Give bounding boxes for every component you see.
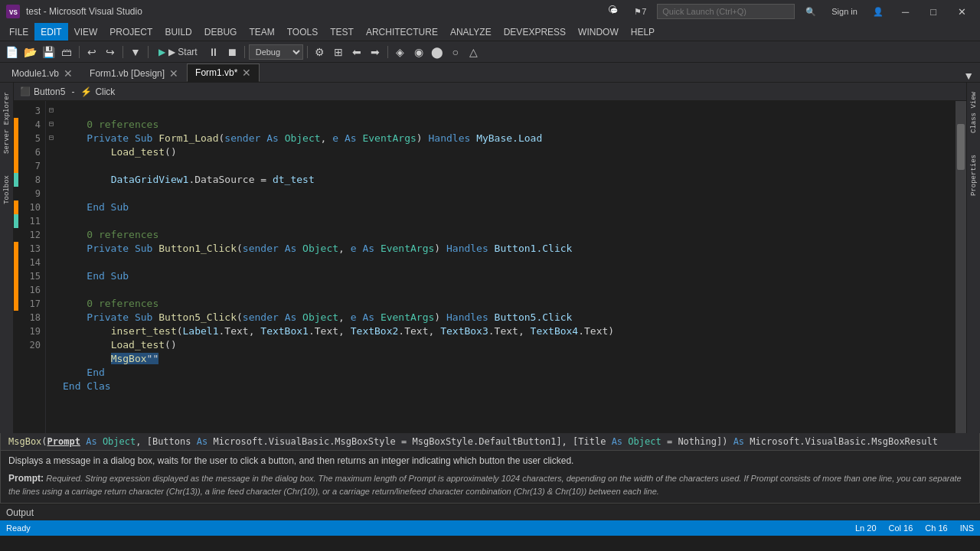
kw-as-2: As bbox=[345, 132, 357, 144]
menu-help[interactable]: HELP bbox=[625, 23, 661, 41]
menu-devexpress[interactable]: DEVEXPRESS bbox=[498, 23, 572, 41]
toolbar-stop[interactable]: ⏹ bbox=[224, 44, 240, 60]
ln-18: 18 bbox=[18, 311, 41, 324]
class-view-label[interactable]: Class View bbox=[969, 89, 979, 136]
param-mybase-load: MyBase.Load bbox=[476, 132, 542, 144]
server-explorer-label[interactable]: Server Explorer bbox=[2, 89, 12, 157]
tab-form1-design-close[interactable]: ✕ bbox=[169, 67, 178, 80]
ln-17: 17 bbox=[18, 297, 41, 311]
toolbar-pause[interactable]: ⏸ bbox=[205, 44, 222, 60]
ln-12: 12 bbox=[18, 228, 41, 242]
tab-module1-close[interactable]: ✕ bbox=[64, 67, 73, 80]
col-collapse2[interactable]: ⊟ bbox=[46, 118, 57, 132]
ref-comment-3: 0 references bbox=[63, 298, 158, 309]
toolbar-nav2[interactable]: ➡ bbox=[367, 44, 384, 60]
sign-in-button[interactable]: Sign in bbox=[827, 5, 862, 18]
toolbar-bp1[interactable]: ◈ bbox=[392, 44, 409, 60]
toolbar-attach[interactable]: ⚙ bbox=[312, 44, 328, 60]
sig-func-name: MsgBox bbox=[14, 436, 41, 447]
close-button[interactable]: ✕ bbox=[950, 3, 974, 21]
status-ch: Ch 16 bbox=[925, 523, 947, 533]
svg-text:💬: 💬 bbox=[610, 7, 618, 15]
ln-20: 20 bbox=[18, 338, 41, 352]
col-collapse1[interactable]: ⊟ bbox=[46, 104, 57, 118]
kw-end-sub-2: End Sub bbox=[87, 270, 129, 282]
properties-label[interactable]: Properties bbox=[969, 152, 979, 199]
tab-form1-vb-close[interactable]: ✕ bbox=[242, 67, 251, 79]
tab-form1-design[interactable]: Form1.vb [Design] ✕ bbox=[81, 64, 187, 82]
menu-view[interactable]: VIEW bbox=[68, 23, 104, 41]
vscroll-thumb[interactable] bbox=[957, 124, 965, 170]
ln-3: 3 bbox=[18, 104, 41, 118]
output-label: Output bbox=[6, 507, 34, 518]
menu-tools[interactable]: TOOLS bbox=[281, 23, 324, 41]
kw-handles-1: Handles bbox=[429, 132, 471, 144]
toolbar-open[interactable]: 📂 bbox=[21, 44, 38, 60]
toolbar-new[interactable]: 📄 bbox=[3, 44, 20, 60]
toolbar-bp5[interactable]: △ bbox=[466, 44, 482, 60]
toolbar-bp2[interactable]: ◉ bbox=[410, 44, 427, 60]
kw-private-1: Private bbox=[87, 132, 129, 144]
minimize-button[interactable]: ─ bbox=[894, 3, 916, 21]
sig-prompt: Prompt bbox=[47, 436, 80, 447]
col-collapse3[interactable]: ⊟ bbox=[46, 132, 57, 145]
header-sep: - bbox=[71, 86, 74, 97]
menu-edit[interactable]: EDIT bbox=[34, 23, 67, 41]
toolbar-layout[interactable]: ⊞ bbox=[330, 44, 347, 60]
quick-launch-input[interactable] bbox=[657, 4, 795, 19]
search-button[interactable]: 🔍 bbox=[801, 5, 821, 18]
ln-16: 16 bbox=[18, 283, 41, 297]
menu-build[interactable]: BUILD bbox=[158, 23, 198, 41]
param-dgv1: DataGridView1 bbox=[111, 174, 189, 185]
func-insert-test: insert_test bbox=[111, 325, 177, 337]
line-numbers: 3 4 5 6 7 8 9 10 11 12 13 14 15 16 17 18… bbox=[18, 101, 46, 488]
menu-window[interactable]: WINDOW bbox=[572, 23, 625, 41]
output-panel: Output bbox=[0, 504, 980, 520]
notifications-button[interactable]: 💬 bbox=[602, 3, 623, 20]
func-btn1-click: Button1_Click bbox=[158, 243, 237, 254]
menu-debug[interactable]: DEBUG bbox=[198, 23, 243, 41]
toolbar-nav1[interactable]: ⬅ bbox=[348, 44, 365, 60]
lightning-icon: ⚡ bbox=[80, 86, 92, 97]
toolbar-sep3 bbox=[148, 46, 149, 58]
kw-end-sub-1: End Sub bbox=[87, 201, 129, 213]
user-icon-button[interactable]: 👤 bbox=[868, 5, 888, 18]
ln-5: 5 bbox=[18, 132, 41, 145]
object-icon: ⬛ bbox=[20, 86, 31, 96]
menu-file[interactable]: FILE bbox=[3, 23, 34, 41]
kw-private-3: Private bbox=[87, 311, 129, 323]
menu-analyze[interactable]: ANALYZE bbox=[444, 23, 498, 41]
ln-8: 8 bbox=[18, 173, 41, 187]
menu-architecture[interactable]: ARCHITECTURE bbox=[360, 23, 444, 41]
start-button[interactable]: ▶ ▶ Start bbox=[152, 45, 204, 59]
tab-form1-vb[interactable]: Form1.vb* ✕ bbox=[187, 64, 260, 82]
sig-as-1: As bbox=[86, 436, 96, 447]
tabs-overflow-button[interactable]: ▼ bbox=[957, 70, 980, 82]
start-label: ▶ Start bbox=[168, 47, 198, 57]
msgbox-args: "" bbox=[147, 353, 159, 364]
collapse-gutter: ⊟ ⊟ ⊟ bbox=[46, 101, 57, 488]
toolbar-bp3[interactable]: ⬤ bbox=[429, 44, 446, 60]
ln-4: 4 bbox=[18, 118, 41, 132]
toolbar-save[interactable]: 💾 bbox=[40, 44, 57, 60]
title-bar-left: VS test - Microsoft Visual Studio bbox=[6, 5, 142, 18]
status-bar: Ready Ln 20 Col 16 Ch 16 INS bbox=[0, 520, 980, 536]
flag-button[interactable]: ⚑7 bbox=[629, 5, 651, 18]
toolbar-undo[interactable]: ↩ bbox=[83, 44, 100, 60]
kw-end-3: End bbox=[87, 367, 104, 378]
menu-team[interactable]: TEAM bbox=[243, 23, 280, 41]
menu-test[interactable]: TEST bbox=[324, 23, 360, 41]
code-content[interactable]: 0 references Private Sub Form1_Load(send… bbox=[57, 101, 956, 488]
tab-module1[interactable]: Module1.vb ✕ bbox=[3, 64, 81, 82]
vertical-scrollbar[interactable] bbox=[956, 101, 966, 488]
toolbar-bp4[interactable]: ○ bbox=[447, 44, 464, 60]
toolbar-debug-config[interactable]: ▼ bbox=[127, 44, 144, 60]
status-ln: Ln 20 bbox=[855, 523, 877, 533]
toolbar-save-all[interactable]: 🗃 bbox=[58, 44, 75, 60]
menu-project[interactable]: PROJECT bbox=[103, 23, 158, 41]
toolbox-label[interactable]: Toolbox bbox=[2, 172, 12, 207]
ln-7: 7 bbox=[18, 159, 41, 173]
maximize-button[interactable]: □ bbox=[923, 3, 944, 21]
debug-select[interactable]: Debug Release bbox=[249, 44, 303, 60]
toolbar-redo[interactable]: ↪ bbox=[102, 44, 119, 60]
